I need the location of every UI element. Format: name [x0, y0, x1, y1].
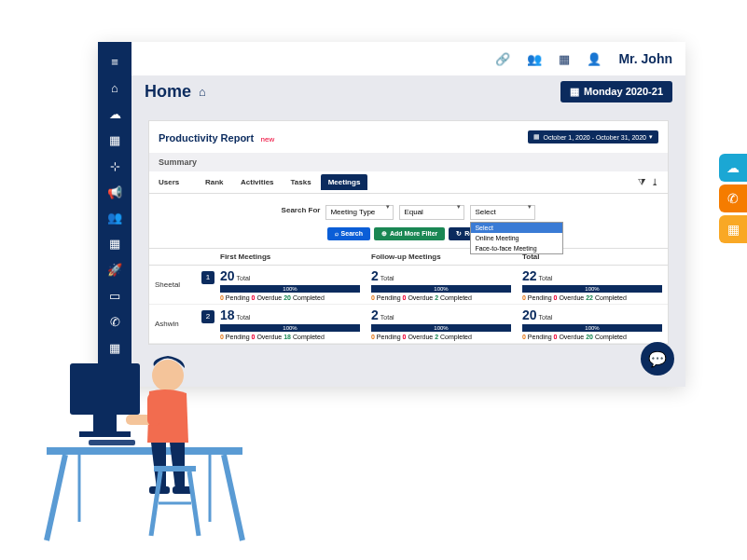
- dropdown-option-online[interactable]: Online Meeting: [471, 233, 562, 243]
- report-title: Productivity Report: [159, 132, 254, 143]
- rocket-icon[interactable]: 🚀: [98, 257, 131, 283]
- users-icon[interactable]: 👥: [98, 205, 131, 231]
- calendar-small-icon: ▦: [570, 86, 579, 98]
- grid-head-first: First Meetings: [214, 248, 366, 266]
- tab-meetings[interactable]: Meetings: [321, 174, 368, 190]
- home-text: Home: [145, 82, 191, 102]
- svg-line-1: [47, 455, 65, 540]
- side-tab-3[interactable]: ▦: [719, 215, 747, 243]
- progress-bar: 100%: [220, 285, 360, 293]
- dropdown-menu: Select Online Meeting Face-to-face Meeti…: [470, 222, 563, 254]
- progress-bar: 100%: [371, 324, 511, 332]
- new-tag: new: [261, 135, 275, 143]
- announce-icon[interactable]: 📢: [98, 179, 131, 205]
- date-badge[interactable]: ▦ Monday 2020-21: [560, 81, 672, 102]
- search-label: Search For: [282, 206, 321, 214]
- menu-icon[interactable]: ≡: [98, 49, 131, 75]
- select-meeting-type[interactable]: Meeting Type: [325, 205, 394, 220]
- date-range-text: October 1, 2020 - October 31, 2020: [543, 134, 646, 141]
- search-button[interactable]: ⌕Search: [327, 227, 370, 240]
- svg-line-2: [224, 455, 242, 540]
- svg-rect-5: [70, 363, 140, 415]
- link-icon[interactable]: 🔗: [495, 52, 510, 66]
- chat-fab[interactable]: 💬: [641, 342, 674, 376]
- filter-icon[interactable]: ⧩: [638, 177, 645, 188]
- side-tab-2[interactable]: ✆: [719, 184, 747, 212]
- user-row-name: Sheetal: [149, 266, 196, 305]
- cell-followup-0: 2Total 100% 0 Pending 0 Overdue 2 Comple…: [366, 266, 517, 305]
- header-bar: Home ⌂ ▦ Monday 2020-21: [131, 75, 685, 107]
- progress-bar: 100%: [522, 285, 662, 293]
- date-range-picker[interactable]: ▦ October 1, 2020 - October 31, 2020 ▾: [528, 130, 658, 143]
- button-row: ⌕Search ⊕Add More Filter ↻Reset: [149, 227, 668, 248]
- add-filter-button[interactable]: ⊕Add More Filter: [374, 227, 445, 240]
- home-icon[interactable]: ⌂: [98, 75, 131, 102]
- grid-icon[interactable]: ▦: [98, 231, 131, 257]
- col-rank: Rank: [205, 178, 233, 186]
- summary-bar: Summary: [149, 153, 668, 171]
- calendar-tiny-icon: ▦: [533, 133, 540, 141]
- plus-icon: ⊕: [381, 230, 387, 238]
- topbar: 🔗 👥 ▦ 👤 Mr. John: [131, 42, 685, 75]
- report-header: Productivity Report new ▦ October 1, 202…: [149, 121, 668, 153]
- tabs-row: Users Rank Activities Tasks Meetings ⧩ ⤓: [149, 171, 668, 194]
- progress-bar: 100%: [220, 324, 360, 332]
- person-illustration: [28, 335, 261, 550]
- svg-rect-0: [47, 447, 242, 455]
- search-small-icon: ⌕: [335, 230, 339, 237]
- search-row: Search For Meeting Type Equal Select Sel…: [149, 194, 668, 227]
- svg-point-9: [152, 360, 184, 391]
- network-icon[interactable]: ⊹: [98, 153, 131, 179]
- user-icon[interactable]: 👤: [587, 52, 602, 66]
- date-text: Monday 2020-21: [584, 86, 663, 97]
- select-value[interactable]: Select: [470, 205, 535, 220]
- cell-total-0: 22Total 100% 0 Pending 0 Overdue 22 Comp…: [517, 266, 668, 305]
- grid-head-empty2: [196, 248, 214, 266]
- tab-activities[interactable]: Activities: [233, 174, 282, 190]
- tab-tasks[interactable]: Tasks: [284, 174, 319, 190]
- report-card: Productivity Report new ▦ October 1, 202…: [148, 120, 669, 345]
- side-tabs: ☁ ✆ ▦: [719, 154, 747, 243]
- dropdown-option-select[interactable]: Select: [471, 223, 562, 233]
- cell-first-0: 20Total 100% 0 Pending 0 Overdue 20 Comp…: [214, 266, 366, 305]
- svg-rect-6: [93, 415, 117, 431]
- col-users: Users: [159, 178, 205, 186]
- mobile-icon[interactable]: ▭: [98, 283, 131, 309]
- chevron-down-icon: ▾: [649, 133, 653, 141]
- grid-head-empty1: [149, 248, 196, 266]
- export-icon[interactable]: ⤓: [651, 177, 658, 188]
- home-icon-small[interactable]: ⌂: [199, 85, 206, 99]
- svg-rect-14: [154, 466, 196, 471]
- progress-bar: 100%: [371, 285, 511, 293]
- select-operator[interactable]: Equal: [399, 205, 464, 220]
- username-label: Mr. John: [618, 51, 672, 66]
- cell-total-1: 20Total 100% 0 Pending 0 Overdue 20 Comp…: [517, 305, 668, 344]
- svg-rect-7: [79, 431, 131, 437]
- phone-icon[interactable]: ✆: [98, 308, 131, 335]
- progress-bar: 100%: [522, 324, 662, 332]
- side-tab-1[interactable]: ☁: [719, 154, 747, 182]
- data-grid: First Meetings Follow-up Meetings Total …: [149, 248, 668, 344]
- dropdown-option-face[interactable]: Face-to-face Meeting: [471, 243, 562, 253]
- cell-followup-1: 2Total 100% 0 Pending 0 Overdue 2 Comple…: [366, 305, 517, 344]
- svg-rect-11: [147, 393, 160, 426]
- filter-actions: ⧩ ⤓: [638, 177, 658, 188]
- user-row-rank: 1: [196, 266, 214, 305]
- page-title: Home ⌂: [145, 82, 206, 102]
- calendar-icon[interactable]: ▦: [98, 128, 131, 154]
- svg-rect-8: [89, 440, 135, 445]
- reset-icon: ↻: [456, 230, 462, 238]
- people-icon[interactable]: 👥: [527, 52, 542, 66]
- grid-view-icon[interactable]: ▦: [559, 52, 570, 66]
- cloud-icon[interactable]: ☁: [98, 102, 131, 128]
- tabs: Activities Tasks Meetings: [233, 174, 367, 190]
